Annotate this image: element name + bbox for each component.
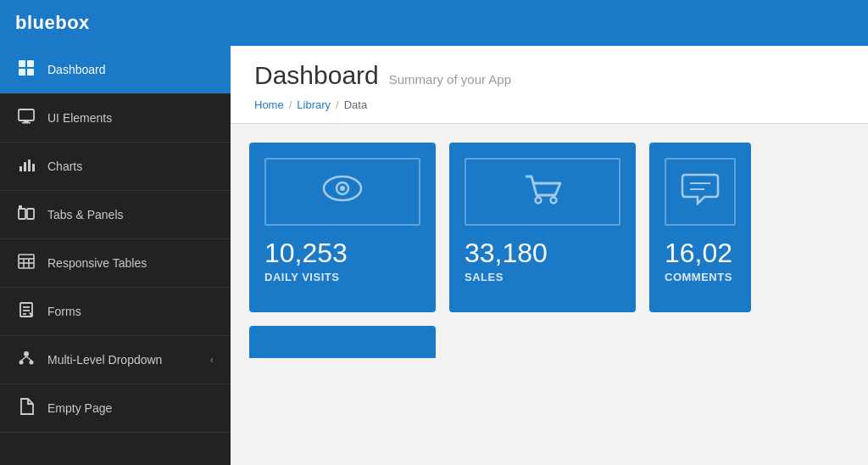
sidebar-item-label-charts: Charts	[47, 160, 214, 173]
card-value-comments: 16,02	[649, 226, 751, 271]
topbar: bluebox	[0, 0, 868, 46]
svg-rect-2	[19, 69, 25, 76]
stat-card-comments: 16,02 Comments	[649, 143, 751, 312]
svg-rect-4	[19, 109, 34, 120]
logo: bluebox	[15, 12, 90, 34]
card-value-visits: 10,253	[249, 226, 436, 271]
chevron-left-icon: ‹	[210, 354, 214, 366]
stat-card-sales: 33,180 Sales	[449, 143, 636, 312]
svg-rect-13	[19, 205, 22, 210]
svg-point-32	[551, 197, 557, 203]
charts-icon	[17, 156, 36, 177]
bottom-strip	[249, 326, 436, 358]
page-title: Dashboard	[254, 61, 379, 90]
tabs-icon	[17, 204, 36, 226]
svg-rect-8	[24, 162, 26, 171]
svg-point-30	[340, 186, 345, 191]
svg-rect-10	[32, 164, 35, 171]
svg-line-26	[21, 356, 26, 361]
svg-rect-9	[28, 160, 31, 171]
card-icon-area-visits	[264, 158, 420, 226]
card-icon-area-comments	[665, 158, 736, 226]
sidebar-item-label-multi-level: Multi-Level Dropdown	[47, 353, 198, 367]
eye-icon	[321, 173, 364, 211]
card-label-comments: Comments	[649, 271, 751, 297]
page-header: Dashboard Summary of your App Home / Lib…	[231, 46, 868, 124]
sidebar: Dashboard UI Elements	[0, 46, 231, 465]
page-title-area: Dashboard Summary of your App	[254, 61, 844, 90]
multi-level-icon	[17, 350, 36, 371]
svg-point-24	[19, 360, 24, 364]
card-value-sales: 33,180	[449, 226, 636, 271]
sidebar-item-label-responsive-tables: Responsive Tables	[47, 256, 214, 270]
card-label-sales: Sales	[449, 271, 636, 297]
sidebar-item-ui-elements[interactable]: UI Elements	[0, 94, 231, 143]
breadcrumb-data: Data	[344, 98, 367, 111]
breadcrumb: Home / Library / Data	[254, 98, 844, 111]
sidebar-item-charts[interactable]: Charts	[0, 143, 231, 191]
svg-point-23	[24, 351, 29, 356]
svg-rect-0	[19, 60, 25, 67]
sidebar-item-multi-level[interactable]: Multi-Level Dropdown ‹	[0, 336, 231, 384]
cards-area: 10,253 Daily Visits 33,180 Sales	[231, 124, 868, 312]
svg-rect-14	[19, 255, 34, 268]
svg-rect-6	[22, 122, 31, 124]
svg-rect-11	[19, 209, 25, 219]
content-area: Dashboard Summary of your App Home / Lib…	[231, 46, 868, 465]
table-icon	[17, 253, 36, 274]
sidebar-item-responsive-tables[interactable]: Responsive Tables	[0, 239, 231, 288]
chat-icon	[681, 171, 720, 213]
breadcrumb-library[interactable]: Library	[297, 98, 331, 111]
cart-icon	[521, 171, 564, 213]
sidebar-item-label-empty-page: Empty Page	[47, 401, 214, 415]
card-label-visits: Daily Visits	[249, 271, 436, 297]
forms-icon	[17, 301, 36, 322]
page-icon	[17, 398, 36, 419]
monitor-icon	[17, 108, 36, 129]
svg-line-27	[26, 356, 31, 361]
main-layout: Dashboard UI Elements	[0, 46, 868, 465]
sidebar-item-label-tabs-panels: Tabs & Panels	[47, 208, 214, 221]
sidebar-item-label-ui-elements: UI Elements	[47, 111, 214, 125]
card-icon-area-sales	[465, 158, 620, 226]
stat-card-daily-visits: 10,253 Daily Visits	[249, 143, 436, 312]
sidebar-item-empty-page[interactable]: Empty Page	[0, 384, 231, 433]
sidebar-item-dashboard[interactable]: Dashboard	[0, 46, 231, 94]
svg-point-31	[536, 197, 542, 203]
dashboard-icon	[17, 59, 36, 81]
page-subtitle: Summary of your App	[389, 72, 511, 87]
sidebar-item-label-dashboard: Dashboard	[47, 63, 214, 76]
sidebar-item-forms[interactable]: Forms	[0, 288, 231, 336]
sidebar-item-tabs-panels[interactable]: Tabs & Panels	[0, 191, 231, 239]
svg-rect-3	[27, 69, 34, 76]
breadcrumb-sep-2: /	[336, 98, 339, 111]
svg-point-25	[30, 360, 34, 364]
sidebar-item-label-forms: Forms	[47, 305, 214, 318]
svg-rect-7	[19, 166, 22, 171]
svg-rect-12	[27, 209, 34, 219]
breadcrumb-home[interactable]: Home	[254, 98, 284, 111]
svg-rect-1	[27, 60, 34, 67]
breadcrumb-sep-1: /	[289, 98, 292, 111]
